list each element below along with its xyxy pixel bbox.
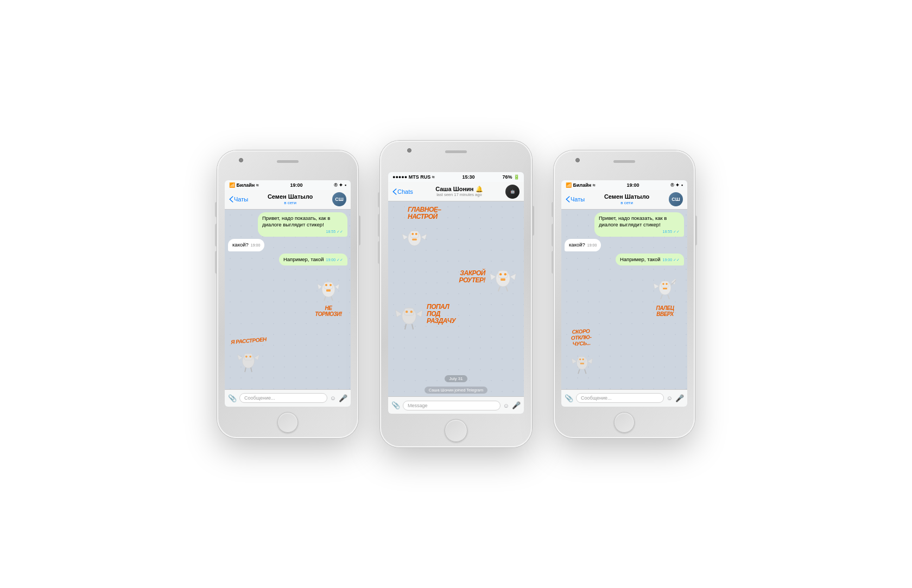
join-notice-middle: Саша Шонин joined Telegram bbox=[391, 387, 521, 394]
scene: 📶 Билайн ≈ 19:00 ® ✦ ▪ Чаты Семен Шатыло… bbox=[0, 0, 912, 588]
back-button-right[interactable]: Чаты bbox=[566, 196, 585, 203]
sticker-1-left: НЕТОРМОЗИ! bbox=[312, 270, 345, 317]
mic-icon-left[interactable]: 🎤 bbox=[339, 394, 347, 402]
svg-line-23 bbox=[506, 287, 508, 292]
time-1-left: 18:55 ✓✓ bbox=[326, 229, 343, 234]
svg-rect-45 bbox=[580, 363, 584, 364]
sticker-1-text-left: НЕТОРМОЗИ! bbox=[312, 305, 345, 317]
svg-line-22 bbox=[498, 287, 500, 292]
sticker-text-3-mid: ПОПАЛПОДРАЗДАЧУ bbox=[427, 304, 455, 325]
nav-title-right: Семен Шатыло bbox=[585, 193, 669, 200]
avatar-right[interactable]: СШ bbox=[669, 192, 683, 206]
nav-title-area-left: Семен Шатыло в сети bbox=[248, 193, 332, 205]
side-btn-mute-mid bbox=[378, 192, 380, 207]
status-time-middle: 15:30 bbox=[463, 174, 475, 180]
side-btn-power-right bbox=[695, 216, 697, 245]
sticker-1-text-right: ПАЛЕЦВВЕРХ bbox=[649, 305, 681, 317]
time-3-right: 19:00 ✓✓ bbox=[663, 257, 680, 262]
status-time-left: 19:00 bbox=[290, 182, 302, 188]
status-icons-right: ® ✦ ▪ bbox=[670, 182, 683, 188]
status-icons-middle: 76% 🔋 bbox=[502, 174, 520, 180]
message-2-right: какой? 19:00 bbox=[565, 239, 684, 251]
side-btn-vol-up-right bbox=[552, 224, 554, 246]
mic-icon-right[interactable]: 🎤 bbox=[675, 394, 684, 402]
avatar-left[interactable]: СШ bbox=[332, 192, 346, 206]
sticker-2-text-right: СКОРООТКЛЮ-ЧУСЬ... bbox=[566, 327, 597, 347]
attach-icon-middle[interactable]: 📎 bbox=[391, 401, 400, 409]
camera-middle bbox=[407, 148, 411, 153]
chat-area-left: Привет, надо показать, как в диалоге выг… bbox=[225, 210, 351, 389]
message-input-middle[interactable]: Message bbox=[403, 401, 501, 410]
side-btn-vol-down-right bbox=[552, 251, 554, 274]
home-button-left[interactable] bbox=[277, 412, 298, 433]
avatar-middle[interactable]: 🤖 bbox=[505, 185, 520, 199]
sticker-text-1-mid: ГЛАВНОЕ–НАСТРОЙ bbox=[408, 206, 441, 220]
sticker-text-2-mid: ЗАКРОЙРОУТЕР! bbox=[459, 270, 485, 284]
svg-point-9 bbox=[245, 356, 248, 358]
nav-title-area-middle: Саша Шонин 🔔 last seen 17 minutes ago bbox=[413, 186, 505, 197]
mic-icon-middle[interactable]: 🎤 bbox=[512, 401, 521, 409]
status-time-right: 19:00 bbox=[626, 182, 639, 188]
robot-svg-mid-2 bbox=[485, 259, 521, 294]
time-3-left: 19:00 ✓✓ bbox=[326, 257, 343, 262]
sticker-icon-left[interactable]: ☺ bbox=[330, 395, 336, 401]
home-button-middle[interactable] bbox=[445, 419, 467, 442]
side-btn-vol-up bbox=[215, 224, 217, 246]
svg-point-42 bbox=[582, 358, 584, 360]
time-2-left: 19:00 bbox=[251, 243, 261, 248]
attach-icon-left[interactable]: 📎 bbox=[228, 394, 237, 402]
sticker-1-right: ПАЛЕЦВВЕРХ bbox=[649, 270, 681, 317]
home-button-right[interactable] bbox=[614, 412, 635, 433]
bubble-1-right: Привет, надо показать, как в диалоге выг… bbox=[594, 212, 684, 237]
svg-line-29 bbox=[405, 324, 406, 330]
svg-point-28 bbox=[410, 311, 413, 313]
message-3-left: Например, такой 19:00 ✓✓ bbox=[228, 254, 347, 265]
message-input-left[interactable]: Сообщение... bbox=[239, 393, 327, 403]
message-1-right: Привет, надо показать, как в диалоге выг… bbox=[565, 212, 684, 237]
nav-bar-middle: Chats Саша Шонин 🔔 last seen 17 minutes … bbox=[388, 182, 524, 201]
attach-icon-right[interactable]: 📎 bbox=[565, 394, 573, 402]
message-input-right[interactable]: Сообщение... bbox=[576, 393, 664, 403]
phone-left: 📶 Билайн ≈ 19:00 ® ✦ ▪ Чаты Семен Шатыло… bbox=[217, 150, 358, 438]
robot-svg-1 bbox=[312, 270, 345, 303]
status-carrier-right: 📶 Билайн ≈ bbox=[566, 182, 596, 188]
sticker-main-3: ПОПАЛПОДРАЗДАЧУ bbox=[391, 296, 521, 332]
sticker-icon-middle[interactable]: ☺ bbox=[503, 402, 509, 409]
bubble-3-right: Например, такой 19:00 ✓✓ bbox=[616, 254, 684, 265]
back-button-middle[interactable]: Chats bbox=[392, 188, 413, 195]
nav-bar-right: Чаты Семен Шатыло в сети СШ bbox=[561, 190, 687, 210]
chat-area-middle: ГЛАВНОЕ–НАСТРОЙ ЗАКРОЙРОУТЕР! bbox=[388, 201, 524, 396]
back-label-left: Чаты bbox=[234, 196, 248, 203]
screen-left: 📶 Билайн ≈ 19:00 ® ✦ ▪ Чаты Семен Шатыло… bbox=[225, 180, 351, 407]
sticker-2-right: СКОРООТКЛЮ-ЧУСЬ... bbox=[566, 328, 596, 378]
status-bar-right: 📶 Билайн ≈ 19:00 ® ✦ ▪ bbox=[561, 180, 687, 190]
svg-point-3 bbox=[330, 284, 332, 286]
svg-rect-14 bbox=[410, 231, 419, 238]
input-bar-middle: 📎 Message ☺ 🎤 bbox=[388, 396, 524, 414]
side-btn-mute-right bbox=[552, 202, 554, 217]
nav-bar-left: Чаты Семен Шатыло в сети СШ bbox=[225, 190, 351, 210]
side-btn-mute bbox=[215, 202, 217, 217]
back-label-right: Чаты bbox=[571, 196, 585, 203]
svg-line-11 bbox=[245, 368, 246, 372]
back-button-left[interactable]: Чаты bbox=[229, 196, 248, 203]
screen-right: 📶 Билайн ≈ 19:00 ® ✦ ▪ Чаты Семен Шатыло… bbox=[561, 180, 687, 407]
message-2-left: какой? 19:00 bbox=[228, 239, 347, 251]
time-1-right: 18:55 ✓✓ bbox=[663, 229, 680, 234]
date-badge-middle: July 31 bbox=[391, 375, 521, 382]
input-bar-left: 📎 Сообщение... ☺ 🎤 bbox=[225, 389, 351, 407]
svg-line-5 bbox=[331, 296, 333, 301]
sticker-main-1: ГЛАВНОЕ–НАСТРОЙ bbox=[391, 206, 521, 256]
side-btn-vol-down-mid bbox=[378, 241, 380, 264]
svg-point-10 bbox=[250, 356, 252, 358]
message-3-right: Например, такой 19:00 ✓✓ bbox=[565, 254, 684, 265]
nav-title-area-right: Семен Шатыло в сети bbox=[585, 193, 669, 205]
robot-svg-right-1 bbox=[649, 270, 681, 303]
svg-point-34 bbox=[666, 283, 668, 285]
robot-svg-mid-1 bbox=[397, 220, 432, 256]
robot-svg-mid-3 bbox=[391, 296, 427, 332]
svg-rect-6 bbox=[326, 289, 331, 292]
svg-rect-36 bbox=[663, 288, 667, 289]
sticker-zone-right: ПАЛЕЦВВЕРХ СКОРООТКЛЮ-ЧУСЬ... bbox=[565, 268, 684, 387]
sticker-icon-right[interactable]: ☺ bbox=[667, 395, 673, 401]
